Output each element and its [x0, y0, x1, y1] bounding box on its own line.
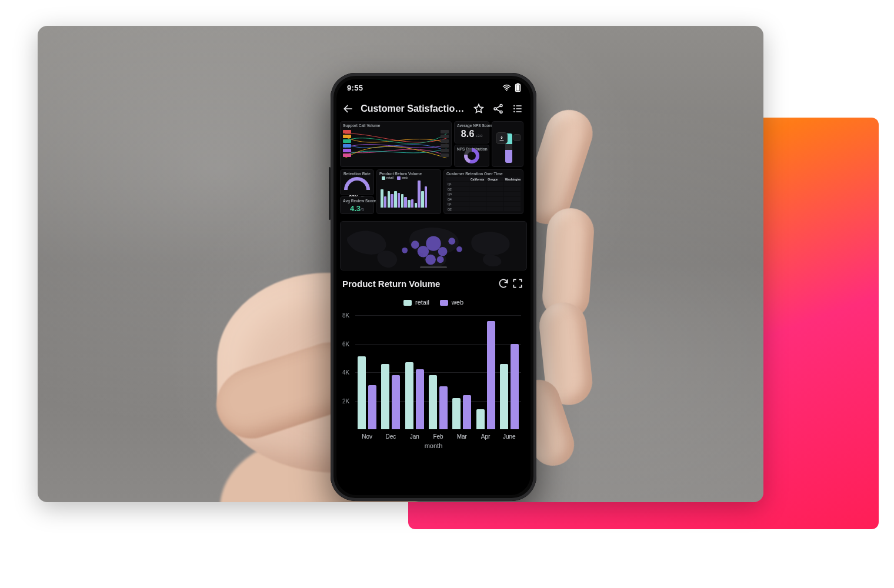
- list-button[interactable]: [511, 101, 525, 116]
- status-time: 9:55: [347, 83, 363, 92]
- svg-point-11: [418, 246, 429, 258]
- share-button[interactable]: [492, 101, 505, 116]
- section-title: Product Return Volume: [342, 279, 496, 289]
- nps-value: 8.6: [461, 129, 475, 139]
- x-tick: Feb: [433, 433, 443, 440]
- svg-point-9: [513, 111, 515, 112]
- return-volume-chart[interactable]: 2K4K6K8KNovDecJanFebMarAprJune: [355, 310, 521, 440]
- parallel-chart-icon: [341, 128, 451, 164]
- svg-point-4: [494, 108, 496, 110]
- mini-return-volume-card[interactable]: Product Return Volume retail web: [376, 169, 441, 214]
- svg-point-16: [456, 246, 462, 252]
- nps-distribution-card[interactable]: NPS Distribution: [454, 145, 489, 167]
- svg-point-0: [506, 90, 508, 91]
- x-tick: Apr: [481, 433, 491, 440]
- card-title: Average NPS Score: [455, 122, 489, 128]
- chart-legend: retail web: [342, 299, 525, 306]
- svg-point-5: [500, 105, 502, 107]
- nps-delta: +3.0: [475, 134, 482, 138]
- download-badge[interactable]: [496, 132, 508, 144]
- donut-icon: [464, 148, 479, 163]
- svg-point-15: [402, 248, 408, 253]
- svg-point-10: [426, 236, 441, 250]
- svg-point-7: [513, 105, 515, 106]
- card-title: Customer Retention Over Time: [444, 170, 523, 176]
- wifi-icon: [502, 84, 511, 91]
- star-icon: [473, 103, 485, 115]
- gauge-icon: [344, 177, 370, 190]
- phone-screen: 9:55 Customer Satisfaction D…: [336, 79, 531, 495]
- card-title: Product Return Volume: [377, 170, 441, 176]
- retention-rate-card[interactable]: Retention Rate 82% PA: [340, 169, 374, 195]
- x-axis-label: month: [342, 442, 525, 449]
- x-tick: Dec: [386, 433, 396, 440]
- x-tick: Jan: [410, 433, 419, 440]
- fullscreen-button[interactable]: [511, 276, 525, 290]
- download-icon: [498, 135, 505, 142]
- world-map-icon: [341, 222, 526, 270]
- list-icon: [512, 103, 523, 115]
- y-tick: 2K: [342, 397, 349, 404]
- mini-bars: [381, 178, 438, 208]
- svg-point-18: [437, 256, 444, 263]
- favorite-button[interactable]: [472, 101, 486, 116]
- refresh-icon: [498, 278, 509, 289]
- drag-handle[interactable]: [420, 266, 447, 268]
- mini-table: CaliforniaOregonWashingtonQ1Q2Q3Q4Q1Q2: [446, 177, 521, 211]
- svg-rect-3: [516, 85, 519, 91]
- legend-web: web: [440, 299, 463, 306]
- avg-review-card[interactable]: Avg Review Score 4.3/5: [340, 196, 374, 214]
- svg-point-12: [438, 247, 448, 256]
- review-value: 4.3: [350, 204, 361, 213]
- support-call-volume-card[interactable]: Support Call Volume: [340, 121, 452, 167]
- page-title: Customer Satisfaction D…: [361, 103, 466, 114]
- y-tick: 6K: [342, 340, 349, 347]
- svg-point-13: [411, 240, 419, 249]
- app-bar: Customer Satisfaction D…: [336, 96, 531, 121]
- card-title: Support Call Volume: [341, 122, 451, 128]
- y-tick: 8K: [342, 312, 349, 319]
- mini-menu-icon[interactable]: [513, 134, 521, 141]
- phone-frame: 9:55 Customer Satisfaction D…: [331, 73, 536, 501]
- back-button[interactable]: [341, 101, 355, 116]
- svg-point-8: [513, 108, 515, 109]
- x-tick: June: [503, 433, 516, 440]
- y-tick: 4K: [342, 369, 349, 376]
- arrow-left-icon: [342, 103, 354, 115]
- nps-score-card[interactable]: Average NPS Score 8.6+3.0: [454, 121, 489, 143]
- dashboard-overview[interactable]: Support Call Volume: [336, 121, 531, 221]
- product-return-section: Product Return Volume retail web 2K4K6K8…: [336, 270, 531, 452]
- card-title: Retention Rate: [341, 170, 373, 176]
- share-icon: [492, 103, 504, 115]
- retention-over-time-card[interactable]: Customer Retention Over Time CaliforniaO…: [443, 169, 523, 214]
- status-bar: 9:55: [336, 79, 531, 96]
- photo-card: 9:55 Customer Satisfaction D…: [38, 26, 763, 502]
- card-title: Avg Review Score: [341, 197, 373, 203]
- x-tick: Mar: [457, 433, 467, 440]
- refresh-button[interactable]: [496, 276, 511, 290]
- world-map-card[interactable]: [340, 221, 527, 270]
- svg-point-6: [500, 111, 502, 113]
- fullscreen-icon: [512, 278, 523, 289]
- svg-point-14: [448, 238, 455, 245]
- svg-rect-2: [517, 83, 519, 84]
- x-tick: Nov: [362, 433, 372, 440]
- battery-icon: [515, 83, 521, 92]
- svg-point-17: [425, 255, 436, 265]
- legend-retail: retail: [403, 299, 429, 306]
- mini-right-card[interactable]: [492, 121, 523, 167]
- review-suffix: /5: [361, 208, 364, 212]
